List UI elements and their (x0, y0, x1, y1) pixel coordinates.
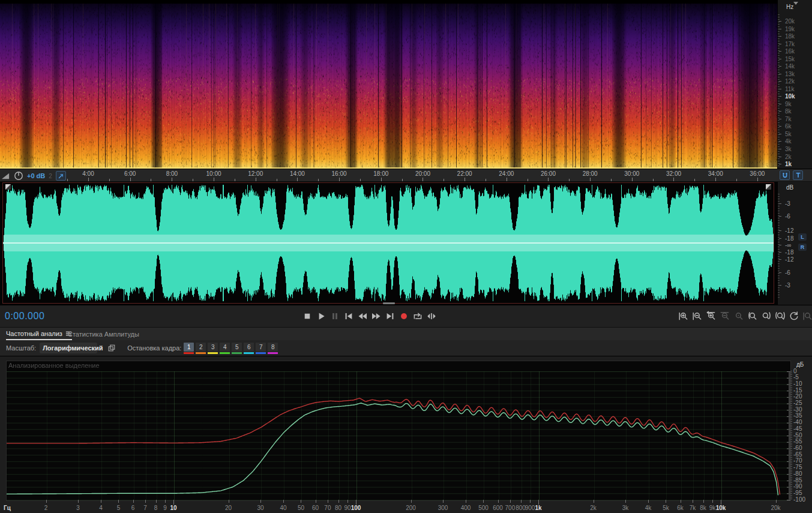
timeline-label: 8:00 (166, 170, 178, 177)
knob-icon[interactable] (14, 171, 23, 181)
waveform-canvas[interactable] (3, 183, 774, 303)
hold-frame-button-8[interactable]: 8 (268, 343, 278, 354)
hold-frame-button-4[interactable]: 4 (220, 343, 230, 354)
zoom-to-selection-button[interactable] (705, 310, 718, 323)
corner-handle-icon[interactable] (766, 184, 771, 190)
x-axis-tick (145, 500, 146, 503)
hold-frame-button-6[interactable]: 6 (244, 343, 254, 354)
scale-select-value: Логарифмический (43, 344, 103, 352)
scale-tick (779, 272, 781, 273)
scale-tick (779, 111, 781, 112)
scale-tick (779, 285, 781, 286)
zoom-in-time-button[interactable] (677, 310, 690, 323)
pin-button[interactable] (56, 171, 66, 181)
zoom-amplitude-icon (802, 311, 812, 322)
x-axis-tick (681, 500, 681, 503)
skip-selection-button[interactable] (425, 310, 438, 323)
loop-playback-button[interactable] (411, 310, 424, 323)
snap-button[interactable] (780, 170, 790, 180)
timeline-ruler[interactable]: +0 dB 2 4:006:008:0010:0012:001 (0, 169, 812, 182)
collapse-arrow-icon[interactable] (793, 2, 798, 5)
db-tick-label: -18 (785, 249, 793, 256)
timeline-label: 32:00 (666, 170, 681, 177)
pause-button[interactable] (328, 310, 341, 323)
hold-frame-color (220, 352, 230, 354)
x-axis-label: 800 (516, 505, 526, 511)
scale-tick (779, 230, 781, 231)
analysis-controls: Масштаб: Логарифмический Остановка кадра… (0, 340, 812, 356)
y-axis-label: -95 (793, 490, 802, 496)
timeline-tick (507, 178, 507, 181)
x-axis-label: 9k (709, 505, 716, 511)
y-axis-label: -55 (793, 438, 802, 445)
db-tick-label: -18 (785, 235, 793, 242)
timeline-tick (360, 179, 361, 181)
timeline-tick (611, 179, 612, 181)
gain-readout[interactable]: +0 dB (27, 172, 45, 179)
scrollbar-grip[interactable] (383, 302, 395, 304)
hold-frame-button-3[interactable]: 3 (208, 343, 218, 354)
time-display[interactable]: 0:00.000 (5, 311, 44, 322)
frequency-plot-canvas[interactable] (7, 361, 790, 500)
channel-badge-l[interactable]: L (798, 233, 807, 241)
stop-button[interactable] (301, 310, 314, 323)
marker-button[interactable] (793, 170, 803, 180)
timeline-label: 6:00 (124, 170, 136, 177)
frequency-scale[interactable]: Hz 20k19k18k17k16k15k14k13k12k11k10k9k8k… (777, 0, 812, 169)
hold-frame-button-2[interactable]: 2 (196, 343, 206, 354)
copy-graph-button[interactable] (106, 342, 118, 354)
frequency-plot[interactable] (6, 361, 791, 501)
timeline-tick (297, 178, 298, 181)
rewind-button[interactable] (356, 310, 369, 323)
zoom-selection-width-button[interactable] (774, 310, 787, 323)
hold-frame-button-1[interactable]: 1 (184, 343, 194, 354)
hold-frame-button-5[interactable]: 5 (232, 343, 242, 354)
zoom-in-at-in-point-button[interactable] (746, 310, 759, 323)
timeline-label: 34:00 (708, 170, 723, 177)
waveform-view[interactable] (0, 182, 777, 305)
y-axis-label: -70 (793, 457, 802, 464)
tab-amplitude-statistics[interactable]: Статистика Амплитуды (68, 328, 139, 340)
play-button[interactable] (314, 310, 328, 323)
skip-to-start-button[interactable] (342, 310, 355, 323)
x-axis-tick (703, 500, 704, 503)
skip-to-end-button[interactable] (383, 310, 397, 323)
hold-frame-number: 7 (256, 343, 266, 352)
scale-tick (779, 149, 781, 149)
zoom-out-full-button[interactable] (718, 310, 732, 323)
scale-tick (779, 51, 781, 52)
y-axis-label: -45 (793, 425, 802, 432)
amplitude-scale[interactable]: dB -3-6-12-18-∞-18-12-6-3LR (777, 182, 812, 305)
x-axis-label: 500 (478, 505, 489, 511)
fast-forward-button[interactable] (370, 310, 383, 323)
timeline-label: 36:00 (750, 170, 765, 177)
tab-frequency-analysis[interactable]: Частотный анализ (6, 328, 72, 340)
hold-frame-number: 5 (232, 343, 242, 352)
scale-select[interactable]: Логарифмический (40, 343, 97, 353)
hold-frame-color (244, 352, 254, 354)
scale-tick (779, 164, 781, 164)
hold-frame-number: 1 (184, 343, 194, 352)
zoom-in-at-out-point-button[interactable] (760, 310, 773, 323)
scale-tick (779, 74, 781, 74)
x-axis-tick (118, 500, 119, 503)
stop-icon (302, 311, 313, 322)
record-button[interactable] (397, 310, 411, 323)
channel-badge-r[interactable]: R (798, 244, 807, 251)
zoom-reset-button[interactable] (732, 310, 745, 323)
corner-handle-icon[interactable] (5, 184, 11, 190)
zoom-out-time-button[interactable] (691, 310, 704, 323)
zoom-amplitude-button[interactable] (801, 310, 812, 323)
scale-tick (779, 44, 781, 44)
y-axis-label: -25 (793, 400, 802, 406)
spectrogram-view[interactable] (0, 0, 777, 169)
restore-last-zoom-icon (789, 311, 799, 322)
spectrogram-canvas[interactable] (0, 0, 777, 169)
fade-icon[interactable] (1, 172, 10, 181)
x-axis-label: 1k (535, 505, 541, 511)
hold-frame-button-7[interactable]: 7 (256, 343, 266, 354)
x-axis-tick (521, 500, 522, 503)
restore-last-zoom-button[interactable] (787, 310, 801, 323)
x-axis-label: 50 (298, 505, 304, 511)
y-axis-label: -30 (793, 406, 802, 413)
